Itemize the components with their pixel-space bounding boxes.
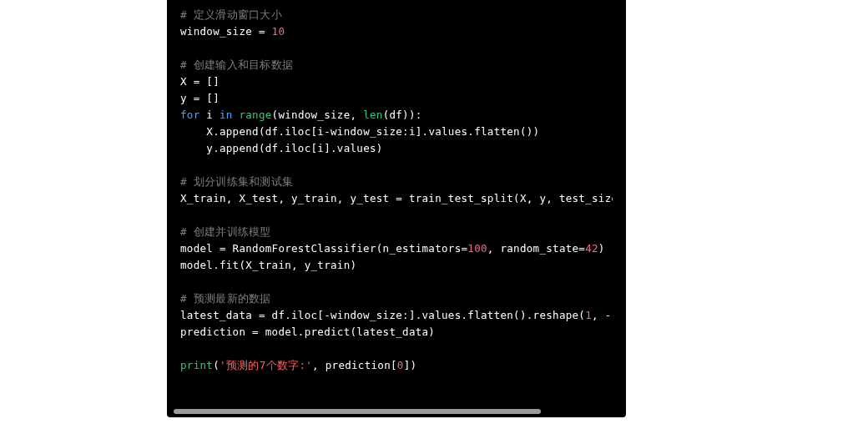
- code-block[interactable]: # 定义滑动窗口大小 window_size = 10 # 创建输入和目标数据 …: [167, 0, 626, 417]
- number-literal: 0: [397, 359, 404, 371]
- code-line: X = []: [180, 75, 220, 88]
- comment-split: # 划分训练集和测试集: [180, 175, 293, 188]
- builtin-print: print: [180, 359, 213, 371]
- comment-train: # 创建并训练模型: [180, 225, 271, 238]
- code-content: # 定义滑动窗口大小 window_size = 10 # 创建输入和目标数据 …: [180, 7, 613, 374]
- code-line: X_train, X_test, y_train, y_test = train…: [180, 192, 613, 204]
- number-literal: 10: [272, 25, 285, 38]
- builtin-len: len: [363, 109, 382, 121]
- code-text: ]): [404, 359, 417, 371]
- code-text: (df)):: [383, 109, 422, 121]
- comment-create-data: # 创建输入和目标数据: [180, 58, 293, 71]
- number-literal: 1: [585, 309, 592, 321]
- comment-predict: # 预测最新的数据: [180, 292, 271, 305]
- number-literal: 100: [467, 242, 487, 255]
- code-text: , prediction[: [312, 359, 397, 371]
- code-text: , random_state=: [487, 242, 585, 255]
- horizontal-scrollbar[interactable]: [174, 409, 541, 414]
- code-text: , -: [592, 309, 611, 321]
- keyword-for: for: [180, 109, 199, 121]
- code-line: latest_data = df.iloc[-window_size:].val…: [180, 309, 585, 321]
- number-literal: 1: [612, 309, 613, 321]
- string-literal: '预测的7个数字:': [220, 359, 312, 371]
- code-text: (: [213, 359, 220, 371]
- comment-window-size: # 定义滑动窗口大小: [180, 8, 282, 21]
- keyword-in: in: [220, 109, 233, 121]
- code-line: window_size =: [180, 25, 272, 38]
- code-line: y.append(df.iloc[i].values): [206, 142, 382, 154]
- code-text: i: [199, 109, 219, 121]
- code-line: model = RandomForestClassifier(n_estimat…: [180, 242, 467, 255]
- builtin-range: range: [239, 109, 271, 121]
- code-line: X.append(df.iloc[i-window_size:i].values…: [206, 125, 539, 138]
- code-line: y = []: [180, 92, 220, 104]
- code-text: (window_size,: [272, 109, 364, 121]
- number-literal: 42: [585, 242, 598, 255]
- code-text: ): [598, 242, 605, 255]
- code-line: model.fit(X_train, y_train): [180, 259, 356, 271]
- code-line: prediction = model.predict(latest_data): [180, 326, 435, 338]
